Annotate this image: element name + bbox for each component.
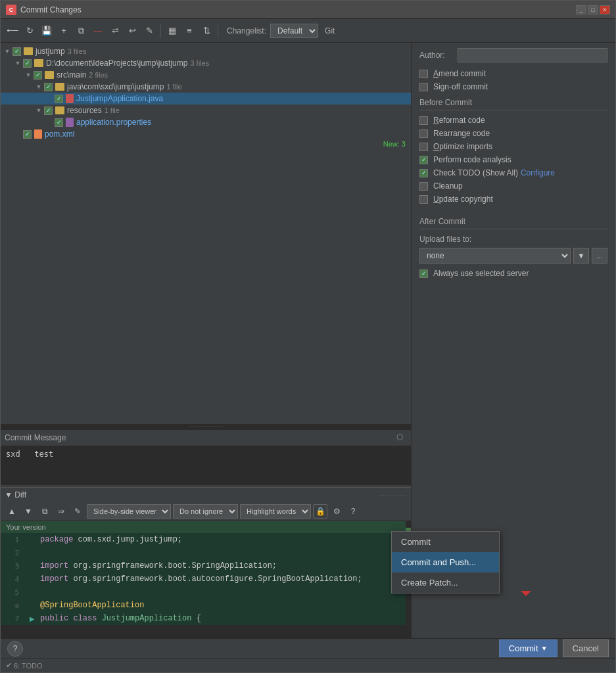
diff-lock-button[interactable]: 🔒 <box>313 504 327 519</box>
status-bar: ✔ 6: TODO <box>1 658 615 672</box>
line-icon-6 <box>27 600 37 611</box>
diff-content-wrapper: Your version 1 package com.sxd.jump.just… <box>1 521 411 638</box>
line-icon-5 <box>27 587 37 597</box>
after-commit-section: After Commit Upload files to: none ▼ … ✓… <box>419 214 607 282</box>
edit-button[interactable]: ✎ <box>141 23 157 39</box>
diff-highlight-select[interactable]: Highlight words <box>240 504 311 519</box>
tree-count: 2 files <box>89 71 108 79</box>
copyright-checkbox[interactable] <box>419 195 428 204</box>
dropdown-item-commit-push[interactable]: Commit and Push... <box>392 552 499 572</box>
tree-item-path[interactable]: ▼ ✓ D:\document\IdeaProjects\jump\justju… <box>1 57 411 69</box>
diff-viewer-select[interactable]: Side-by-side viewer <box>87 504 171 519</box>
tree-item-pom[interactable]: ✓ pom.xml <box>1 128 411 140</box>
tree-checkbox[interactable]: ✓ <box>44 106 53 115</box>
analyze-checkbox[interactable]: ✓ <box>419 156 428 164</box>
filter-button[interactable]: ⇅ <box>199 23 214 39</box>
main-window: C Commit Changes _ □ ✕ ⟵ ↻ 💾 + ⧉ — ⇌ ↩ ✎… <box>0 0 616 673</box>
tree-item-justjump[interactable]: ▼ ✓ justjump 3 files <box>1 45 411 57</box>
diff-section: ▼ Diff ⋯⋯⋯⋯ ▲ ▼ ⧉ ⇒ ✎ Side-by-side viewe… <box>1 487 411 638</box>
tree-checkbox[interactable]: ✓ <box>55 95 63 103</box>
diff-down-button[interactable]: ▼ <box>21 504 36 519</box>
preview-button[interactable]: ▦ <box>164 23 180 39</box>
after-commit-label: After Commit <box>419 217 607 229</box>
upload-server-select[interactable]: none <box>419 248 571 264</box>
signoff-commit-row: Sign-off commit <box>419 82 607 91</box>
author-input[interactable] <box>458 48 607 62</box>
changelist-select[interactable]: Default <box>270 24 318 38</box>
line-icon-1 <box>27 534 37 545</box>
commit-arrow-icon: ▼ <box>541 645 548 652</box>
diff-settings-button[interactable]: ⚙ <box>329 504 344 519</box>
commit-dropdown-button[interactable]: Commit ▼ <box>499 639 557 657</box>
signoff-commit-label: Sign-off commit <box>433 82 488 91</box>
resize-handle-1[interactable]: ⋯⋯⋯⋯⋯ <box>1 424 411 429</box>
align-button[interactable]: ≡ <box>181 23 197 39</box>
dropdown-item-create-patch[interactable]: Create Patch... <box>392 572 499 593</box>
configure-link[interactable]: Configure <box>521 168 555 177</box>
amend-commit-checkbox[interactable] <box>419 70 428 78</box>
todo-label: 6: TODO <box>14 662 43 670</box>
commit-message-section: Commit Message ⬡ sxd test <box>1 429 411 487</box>
tree-count: 3 files <box>190 59 209 67</box>
refresh-button[interactable]: ↻ <box>22 23 37 39</box>
add-button[interactable]: + <box>56 23 72 39</box>
rearrange-label: Rearrange code <box>433 129 490 138</box>
tree-checkbox[interactable]: ✓ <box>34 71 42 80</box>
tree-checkbox[interactable]: ✓ <box>23 59 32 68</box>
tree-item-props[interactable]: ✓ application.properties <box>1 116 411 128</box>
code-line-3: 3 import org.springframework.boot.Spring… <box>1 559 411 572</box>
code-line-5: 5 <box>1 586 411 599</box>
undo-button[interactable]: ↩ <box>124 23 140 39</box>
java-file-icon <box>66 94 74 103</box>
save-button[interactable]: 💾 <box>39 23 55 39</box>
tree-label: application.properties <box>76 118 151 127</box>
file-tree[interactable]: ▼ ✓ justjump 3 files ▼ ✓ D:\document\Ide… <box>1 43 411 424</box>
tree-checkbox[interactable]: ✓ <box>44 83 53 91</box>
help-button[interactable]: ? <box>7 641 23 657</box>
signoff-commit-checkbox[interactable] <box>419 83 428 91</box>
commit-msg-expand-icon[interactable]: ⬡ <box>396 432 407 443</box>
tree-label: justjump <box>36 47 65 56</box>
diff-help-button[interactable]: ? <box>346 504 360 519</box>
tree-count: 3 files <box>68 47 87 55</box>
rearrange-row: Rearrange code <box>419 129 607 138</box>
copy-button[interactable]: ⧉ <box>73 23 89 39</box>
always-use-server-checkbox[interactable]: ✓ <box>419 269 428 278</box>
rearrange-checkbox[interactable] <box>419 129 428 138</box>
tree-checkbox[interactable]: ✓ <box>23 130 32 139</box>
move-button[interactable]: ⇌ <box>107 23 123 39</box>
diff-accept-button[interactable]: ⇒ <box>54 504 68 519</box>
window-title: Commit Changes <box>20 5 576 14</box>
optimize-checkbox[interactable] <box>419 143 428 151</box>
navigate-back-button[interactable]: ⟵ <box>5 23 20 39</box>
tree-checkbox[interactable]: ✓ <box>12 47 21 56</box>
code-text-4: import org.springframework.boot.autoconf… <box>40 574 362 584</box>
minimize-button[interactable]: _ <box>576 5 586 14</box>
line-number: 2 <box>6 549 19 557</box>
tree-item-srcmain[interactable]: ▼ ✓ src\main 2 files <box>1 69 411 81</box>
upload-more-button[interactable]: … <box>592 248 607 264</box>
todo-checkbox[interactable]: ✓ <box>419 169 428 177</box>
tree-item-main-java[interactable]: ✓ JustjumpApplication.java <box>1 93 411 104</box>
reformat-row: Reformat code <box>419 116 607 125</box>
diff-ignore-select[interactable]: Do not ignore <box>173 504 238 519</box>
diff-copy-button[interactable]: ⧉ <box>37 504 52 519</box>
diff-up-button[interactable]: ▲ <box>5 504 19 519</box>
upload-dropdown-button[interactable]: ▼ <box>573 248 589 264</box>
diff-edit-button[interactable]: ✎ <box>70 504 85 519</box>
cleanup-checkbox[interactable] <box>419 182 428 191</box>
cancel-button[interactable]: Cancel <box>563 639 609 657</box>
tree-item-resources[interactable]: ▼ ✓ resources 1 file <box>1 104 411 116</box>
commit-label: Commit <box>509 643 538 653</box>
tree-checkbox[interactable]: ✓ <box>55 118 63 127</box>
reformat-checkbox[interactable] <box>419 116 428 125</box>
cancel-label: Cancel <box>573 643 599 653</box>
commit-message-input[interactable]: sxd test <box>1 446 411 485</box>
maximize-button[interactable]: □ <box>588 5 598 14</box>
dropdown-item-commit[interactable]: Commit <box>392 532 499 552</box>
folder-icon <box>45 71 54 79</box>
close-button[interactable]: ✕ <box>600 5 610 14</box>
tree-item-java-pkg[interactable]: ▼ ✓ java\com\sxd\jump\justjump 1 file <box>1 81 411 93</box>
tree-label: D:\document\IdeaProjects\jump\justjump <box>46 58 187 68</box>
remove-button[interactable]: — <box>90 23 106 39</box>
